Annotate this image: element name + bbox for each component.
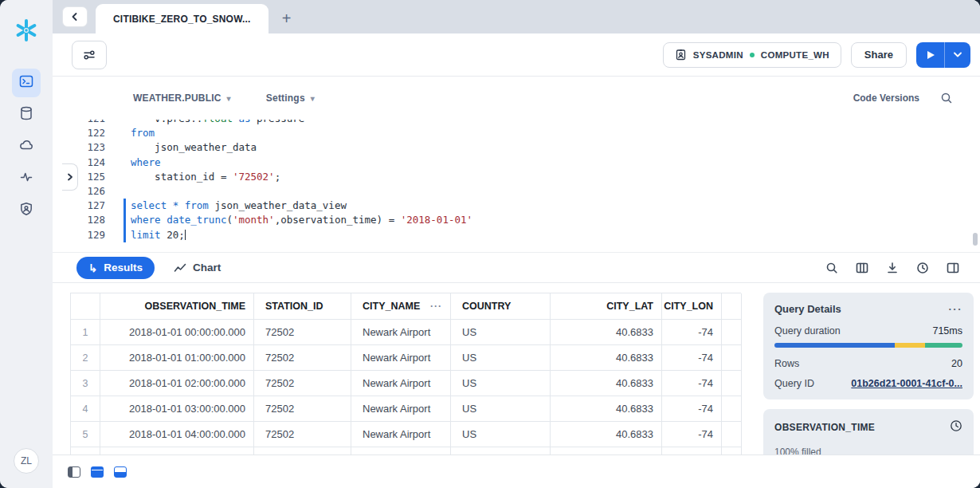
settings-dropdown[interactable]: Settings ▾ [266, 92, 315, 104]
code-versions-link[interactable]: Code Versions [853, 92, 919, 104]
code-line[interactable]: 129limit 20; [53, 228, 980, 242]
worksheet-tab[interactable]: CITIBIKE_ZERO_TO_SNOW... [96, 4, 269, 33]
table-cell[interactable]: US [451, 447, 551, 455]
table-cell[interactable]: 2018-01-01 04:00:00.000 [100, 422, 254, 447]
table-cell[interactable]: Newark Airport [351, 371, 451, 396]
code-line[interactable]: 122from [53, 126, 980, 140]
column-header-country[interactable]: COUNTRY [451, 293, 551, 320]
row-number-cell[interactable]: 5 [71, 422, 100, 447]
table-cell[interactable]: 72502 [254, 320, 351, 345]
code-line[interactable]: 124where [53, 155, 980, 170]
table-cell[interactable]: 40.6833 [551, 320, 662, 345]
table-cell[interactable] [722, 396, 742, 422]
toggle-results-panel-icon[interactable] [114, 466, 127, 478]
table-cell[interactable]: -74 [662, 371, 722, 396]
table-cell[interactable]: Newark Airport [351, 320, 451, 345]
table-cell[interactable]: 40.6833 [551, 422, 662, 447]
code-line[interactable]: 126 [53, 184, 980, 199]
table-cell[interactable] [722, 320, 742, 345]
table-cell[interactable] [722, 371, 742, 396]
editor-expand-handle[interactable] [62, 163, 78, 191]
row-number-cell[interactable]: 6 [71, 447, 100, 455]
snowflake-logo-icon[interactable] [14, 18, 39, 46]
columns-icon[interactable] [856, 262, 868, 274]
table-cell[interactable]: US [451, 371, 551, 396]
column-header-blank[interactable] [71, 293, 100, 320]
column-header-station_id[interactable]: STATION_ID [254, 293, 351, 320]
row-number-cell[interactable]: 3 [71, 371, 100, 396]
column-header-observation_time[interactable]: OBSERVATION_TIME [100, 293, 254, 320]
sidebar-item-data[interactable] [12, 100, 41, 129]
table-cell[interactable]: US [451, 422, 551, 447]
table-cell[interactable]: US [451, 396, 551, 422]
run-button[interactable] [916, 42, 944, 68]
code-line[interactable]: 125 station_id = '72502'; [53, 170, 980, 184]
table-cell[interactable]: Newark Airport [351, 345, 451, 371]
table-cell[interactable]: -74 [662, 345, 722, 371]
table-cell[interactable]: 40.6833 [551, 447, 662, 455]
table-cell[interactable]: 2018-01-01 01:00:00.000 [100, 345, 254, 371]
results-search-icon[interactable] [825, 262, 838, 274]
row-number-cell[interactable]: 1 [71, 320, 100, 345]
table-cell[interactable]: -74 [662, 320, 722, 345]
table-cell[interactable]: -74 [662, 422, 722, 447]
share-button[interactable]: Share [851, 42, 907, 68]
query-history-icon[interactable] [916, 262, 929, 274]
table-cell[interactable]: Newark Airport [351, 396, 451, 422]
code-line[interactable]: 128where date_trunc('month',observation_… [53, 213, 980, 227]
table-cell[interactable] [722, 422, 742, 447]
sidebar-item-worksheets[interactable] [12, 69, 41, 97]
editor-scrollbar-thumb[interactable] [973, 233, 978, 246]
table-cell[interactable]: 72502 [254, 345, 351, 371]
sidebar-item-activity[interactable] [12, 164, 41, 193]
editor-search-icon[interactable] [940, 92, 953, 104]
column-header-blank[interactable] [722, 293, 742, 320]
row-number-cell[interactable]: 4 [71, 396, 100, 422]
table-cell[interactable]: Newark Airport [351, 447, 451, 455]
table-cell[interactable]: 40.6833 [551, 396, 662, 422]
run-options-button[interactable] [945, 42, 970, 68]
column-header-city_lat[interactable]: CITY_LAT [551, 293, 662, 320]
table-cell[interactable]: 72502 [254, 447, 351, 455]
table-cell[interactable]: 72502 [254, 396, 351, 422]
filters-button[interactable] [72, 41, 107, 69]
tab-results[interactable]: ↳ Results [76, 257, 155, 279]
sidebar-item-admin[interactable] [12, 196, 41, 225]
back-button[interactable] [62, 6, 88, 27]
tab-chart[interactable]: Chart [174, 262, 221, 274]
table-cell[interactable]: 2018-01-01 05:00:00.000 [100, 447, 254, 455]
download-icon[interactable] [886, 262, 899, 274]
card-menu-icon[interactable]: ··· [949, 303, 963, 315]
split-panel-icon[interactable] [947, 262, 959, 274]
table-cell[interactable]: 2018-01-01 00:00:00.000 [100, 320, 254, 345]
table-cell[interactable]: US [451, 345, 551, 371]
code-line[interactable]: 127select * from json_weather_data_view [53, 199, 980, 213]
table-cell[interactable]: 2018-01-01 03:00:00.000 [100, 396, 254, 422]
role-warehouse-selector[interactable]: SYSADMIN COMPUTE_WH [663, 42, 841, 68]
table-cell[interactable]: 72502 [254, 422, 351, 447]
table-cell[interactable]: Newark Airport [351, 422, 451, 447]
table-cell[interactable]: 40.6833 [551, 371, 662, 396]
sidebar-item-marketplace[interactable] [12, 132, 41, 161]
new-tab-button[interactable]: + [275, 6, 299, 30]
table-cell[interactable] [722, 345, 742, 371]
user-avatar[interactable]: ZL [14, 448, 39, 474]
table-cell[interactable]: 2018-01-01 02:00:00.000 [100, 371, 254, 396]
column-header-city_name[interactable]: CITY_NAME··· [351, 293, 451, 320]
row-number-cell[interactable]: 2 [71, 345, 100, 371]
code-line[interactable]: 123 json_weather_data [53, 140, 980, 155]
table-cell[interactable]: US [451, 320, 551, 345]
table-cell[interactable]: -74 [662, 447, 722, 455]
table-cell[interactable]: 40.6833 [551, 345, 662, 371]
database-schema-selector[interactable]: WEATHER.PUBLIC ▾ [133, 92, 231, 104]
table-cell[interactable]: 72502 [254, 371, 351, 396]
table-cell[interactable] [722, 447, 742, 455]
toggle-sidebar-panel-icon[interactable] [68, 466, 80, 478]
toggle-editor-panel-icon[interactable] [91, 466, 104, 478]
column-menu-icon[interactable]: ··· [425, 301, 442, 312]
table-cell[interactable]: -74 [662, 396, 722, 422]
sql-editor[interactable]: 121 v.pres::float as pressure122from123 … [53, 120, 980, 252]
code-line[interactable]: 121 v.pres::float as pressure [53, 120, 980, 126]
column-header-city_lon[interactable]: CITY_LON [662, 293, 722, 320]
query-id-link[interactable]: 01b26d21-0001-41cf-0... [851, 378, 962, 389]
